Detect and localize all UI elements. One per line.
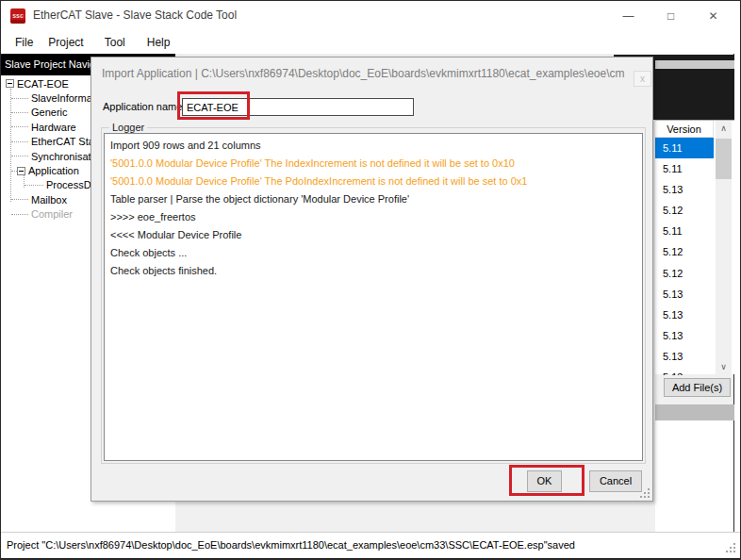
minimize-button[interactable]: —	[607, 1, 650, 31]
collapse-icon[interactable]	[17, 167, 25, 175]
dialog-title: Import Application | C:\Users\nxf86974\D…	[102, 67, 625, 80]
dialog-title-bar[interactable]: Import Application | C:\Users\nxf86974\D…	[91, 58, 652, 90]
tree-connector	[25, 185, 43, 186]
right-gutter	[734, 54, 741, 532]
title-bar[interactable]: ssc EtherCAT Slave - Slave Stack Code To…	[1, 1, 740, 31]
lower-panel	[655, 420, 733, 532]
add-files-button[interactable]: Add File(s)	[664, 378, 731, 397]
window-title: EtherCAT Slave - Slave Stack Code Tool	[33, 8, 237, 22]
tree-item-label: Mailbox	[31, 194, 67, 206]
menu-bar: FileProjectToolHelp	[1, 31, 740, 54]
dialog-close-button[interactable]: x	[634, 71, 651, 87]
version-list: Version 5.115.115.135.125.115.125.125.13…	[655, 120, 734, 374]
log-warning-line: '5001.0.0 Modular Device Profile' The Pd…	[110, 173, 636, 190]
lower-panel-header	[655, 404, 734, 420]
window-resize-grip[interactable]	[725, 542, 735, 552]
version-row[interactable]: 5.11	[655, 158, 714, 179]
status-bar: Project "C:\Users\nxf86974\Desktop\doc_E…	[1, 532, 740, 558]
tree-connector	[11, 112, 28, 113]
version-row[interactable]: 5.12	[655, 241, 714, 262]
version-row[interactable]: 5.12	[655, 200, 714, 221]
version-row[interactable]: 5.11	[655, 138, 714, 158]
version-row[interactable]: 5.13	[655, 179, 714, 200]
files-panel-strip	[655, 60, 734, 69]
version-row[interactable]: 5.13	[655, 284, 714, 305]
menu-item-project[interactable]: Project	[48, 33, 83, 52]
tree-connector	[11, 141, 28, 142]
cancel-button[interactable]: Cancel	[589, 470, 642, 492]
window-controls: — □ ✕	[607, 1, 734, 31]
close-button[interactable]: ✕	[692, 1, 734, 31]
version-rows: 5.115.115.135.125.115.125.125.135.135.13…	[655, 138, 714, 375]
collapse-icon[interactable]	[6, 79, 14, 88]
application-name-label: Application name	[103, 101, 182, 112]
log-line: Check objects ...	[110, 244, 636, 262]
tree-connector	[11, 156, 28, 156]
tree-item-label: Compiler	[31, 208, 73, 220]
version-column-header[interactable]: Version	[655, 121, 714, 138]
log-line: >>>> eoe_freertos	[110, 208, 636, 226]
scroll-down-icon[interactable]: ∨	[716, 359, 732, 375]
status-text: Project "C:\Users\nxf86974\Desktop\doc_E…	[7, 539, 575, 551]
version-row[interactable]: 5.13	[655, 367, 714, 375]
log-line: Table parser | Parse the object dictiona…	[110, 190, 636, 208]
logger-output[interactable]: Import 909 rows and 21 columns'5001.0.0 …	[104, 133, 643, 461]
tree-connector	[11, 98, 28, 99]
version-row[interactable]: 5.11	[655, 221, 714, 241]
tree-item-label: Hardware	[31, 122, 76, 133]
tree-connector	[11, 214, 28, 215]
version-row[interactable]: 5.13	[655, 346, 714, 367]
import-application-dialog: Import Application | C:\Users\nxf86974\D…	[91, 57, 653, 502]
menu-item-file[interactable]: File	[15, 33, 33, 52]
logger-groupbox: Logger Import 909 rows and 21 columns'50…	[101, 127, 646, 464]
version-row[interactable]: 5.12	[655, 263, 714, 284]
application-name-input[interactable]	[182, 98, 414, 116]
dialog-resize-grip[interactable]	[639, 487, 650, 498]
tree-item-label: Generic	[31, 107, 68, 118]
version-scrollbar[interactable]: ∧ ∨	[716, 121, 732, 375]
tree-connector	[11, 126, 28, 127]
menu-item-tool[interactable]: Tool	[105, 33, 125, 52]
menu-item-help[interactable]: Help	[147, 33, 171, 52]
tree-item-label: Application	[28, 165, 79, 176]
log-line: <<<< Modular Device Profile	[110, 226, 636, 244]
version-row[interactable]: 5.13	[655, 305, 714, 325]
log-warning-line: '5001.0.0 Modular Device Profile' The In…	[110, 155, 636, 173]
app-icon: ssc	[10, 8, 25, 24]
maximize-button[interactable]: □	[650, 1, 692, 31]
tree-connector	[11, 199, 28, 200]
scroll-up-icon[interactable]: ∧	[716, 121, 732, 137]
ok-button[interactable]: OK	[527, 470, 562, 492]
main-window: ssc EtherCAT Slave - Slave Stack Code To…	[0, 0, 741, 560]
scroll-thumb[interactable]	[716, 139, 732, 179]
log-line: Import 909 rows and 21 columns	[110, 137, 636, 155]
version-row[interactable]: 5.13	[655, 325, 714, 346]
tree-connector-line	[10, 89, 11, 202]
tree-connector-line	[24, 175, 25, 188]
tree-item-label: ECAT-EOE	[17, 78, 69, 90]
logger-label: Logger	[109, 122, 147, 133]
log-line: Check objects finished.	[110, 262, 636, 280]
